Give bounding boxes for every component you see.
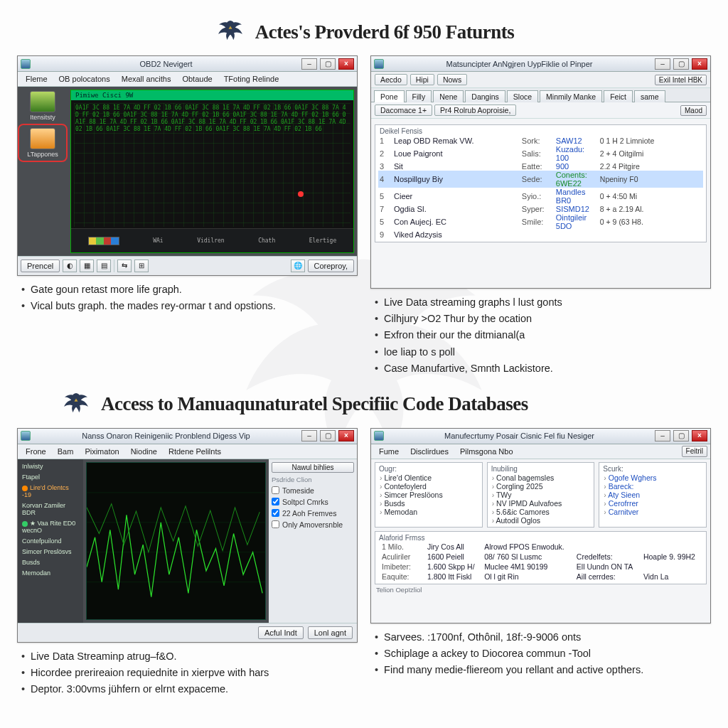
checkbox-row[interactable]: 22 Aoh Fremves [272,509,354,518]
list-item[interactable]: 5.6&ic Camores [491,508,591,516]
globe-icon[interactable]: 🌐 [291,259,305,272]
close-button[interactable]: × [692,58,707,70]
pill[interactable]: Hipi [410,74,434,85]
maximize-button[interactable]: ▢ [320,58,336,70]
list-item[interactable]: Aty Sieen [603,491,702,499]
side-row[interactable]: Ftapel [21,473,80,481]
pill[interactable]: Nows [437,74,467,85]
tab[interactable]: same [634,90,665,102]
menu-item[interactable]: Frone [21,446,51,457]
tool-icon[interactable]: ⇆ [117,259,132,272]
side-row[interactable]: Simcer Preslösvs [21,547,80,556]
list-item[interactable]: Conal bagemsles [491,473,591,482]
compare-button[interactable]: Coreproy, [308,259,354,272]
table-row[interactable]: 3SitEatte:9002.2 4 Pitgire [378,162,703,171]
menu-item[interactable]: Pilmsgona Nbo [455,446,518,457]
menu-item[interactable]: Disclirdues [405,446,454,457]
minimize-button[interactable]: – [301,58,317,70]
list-item[interactable]: Busds [379,499,478,508]
checkbox[interactable] [272,520,279,528]
close-button[interactable]: × [338,58,354,70]
menu-item[interactable]: Mexall anciths [117,73,176,85]
tab[interactable]: Nene [433,90,464,102]
sidebar-item[interactable]: Itensitsty [21,91,65,121]
sidebar-item-highlighted[interactable]: LTappones [21,127,65,159]
table-row[interactable]: 5Con Aujecj. ECSmile:Ointgileir 5DO0 + 9… [378,213,703,230]
tool-icon[interactable]: ⊞ [134,259,149,272]
checkbox-row[interactable]: Tomeside [272,486,354,495]
list-item[interactable]: NV IPMD Aulvafoes [491,499,591,508]
list-item[interactable]: Bareck: [603,482,702,491]
bottom-toolbar: Prencel ◐ ▦ ▤ ⇆ ⊞ 🌐 Coreproy, [18,256,357,275]
tab[interactable]: Minmily Manke [540,90,602,102]
maximize-button[interactable]: ▢ [673,58,689,70]
list-item[interactable]: Cerofrrer [603,499,702,508]
close-button[interactable]: × [692,430,707,441]
menu-item[interactable]: Piximaton [80,446,124,457]
menu-item[interactable]: Fleme [21,73,53,85]
maximize-button[interactable]: ▢ [673,430,689,441]
side-row[interactable]: Inlwisty [21,462,80,471]
action-button[interactable]: Acful Indt [258,626,304,639]
list-item[interactable]: Ogofe Wghers [603,473,702,482]
exit-button[interactable]: Exil Intel HBK [655,75,707,85]
filter-button[interactable]: Feitril [682,446,707,457]
minimize-button[interactable]: – [301,430,317,441]
mode-button[interactable]: Maod [680,105,707,116]
terminal-viewport[interactable]: Pimiwe Cisci 9W 0A1F 3C 88 1E 7A 4D FF 0… [70,90,354,253]
new-button[interactable]: Nawul bihlies [272,462,354,473]
side-row[interactable]: Contefpuilond [21,537,80,545]
table-row[interactable]: 4Nospillguy BiySede:Conents: 6WE22Npenin… [378,171,703,188]
list-item[interactable]: Carnitver [603,508,702,516]
table-row[interactable]: 1Leap OBD Remak VW.Sork:SAW120 1 H 2 Lim… [378,136,703,145]
action-button[interactable]: Lonl agnt [308,626,353,639]
table-row[interactable]: 2Loue PaigrontSalis:Kuzadu: 1002 + 4 Oit… [378,145,703,162]
menu-item[interactable]: Fume [374,446,404,457]
tool-icon[interactable]: ▤ [97,259,111,272]
tab[interactable]: Filly [406,90,432,102]
tool-icon[interactable]: ◐ [63,259,77,272]
checkbox[interactable] [272,486,279,494]
table-row[interactable]: 5CieerSyio.:Mandles BR00 + 4:50 Mi [378,188,703,205]
tool-icon[interactable]: ▦ [80,259,94,272]
checkbox[interactable] [272,509,279,517]
minimize-button[interactable]: – [655,430,670,441]
tab[interactable]: Pone [374,90,405,102]
list-item[interactable]: Lire'd Olentice [379,473,478,482]
row-extra: 8 + a 2.19 Al. [600,205,702,213]
panel-button[interactable]: Prencel [21,259,60,272]
side-row[interactable]: ★ Vaa Rite ED0 wecnO [21,519,80,535]
checkbox-row[interactable]: Soltpcl Cmrks [272,498,354,506]
menu-item[interactable]: Niodine [126,446,162,457]
list-item[interactable]: Simcer Preslöons [379,491,478,499]
list-item[interactable]: TWy [491,491,591,499]
graph-viewport[interactable] [86,462,266,620]
list-item[interactable]: Memodan [379,508,478,516]
list-item[interactable]: Corgling 2025 [491,482,591,491]
menu-item[interactable]: Rtdene Pelilnts [164,446,226,457]
minimize-button[interactable]: – [655,58,670,70]
tab[interactable]: Sloce [507,90,538,102]
table-row[interactable]: 7Ogdia SI.Syper:SISMD128 + a 2.19 Al. [378,205,703,213]
tab[interactable]: Feict [604,90,633,102]
menu-item[interactable]: Obtaude [177,73,217,85]
list-item[interactable]: Autodil Oglos [491,516,591,525]
toolbar-pill[interactable]: Dacomace 1+ [375,105,432,116]
menu-item[interactable]: TFoting Relinde [219,73,284,85]
tab[interactable]: Dangins [465,90,505,102]
side-row[interactable]: Busds [21,558,80,567]
checkbox[interactable] [272,498,279,505]
menu-item[interactable]: Bam [53,446,79,457]
row-label: Ogdia SI. [394,205,516,213]
maximize-button[interactable]: ▢ [320,430,336,441]
checkbox-row[interactable]: Only Amoversnble [272,520,354,529]
side-row[interactable]: Lire'd Olentcs -19 [21,483,80,499]
close-button[interactable]: × [338,430,354,441]
side-row[interactable]: Korvan Zamiler BDR [21,501,80,517]
toolbar-pill[interactable]: Pr4 Rolrub Aoproisie, [434,105,516,116]
side-row[interactable]: Memodan [21,569,80,577]
list-item[interactable]: Contefoylerd [379,482,478,491]
table-row[interactable]: 9Viked Adzysis [378,230,703,239]
pill[interactable]: Aecdo [375,74,407,85]
menu-item[interactable]: OB polocatons [54,73,115,85]
